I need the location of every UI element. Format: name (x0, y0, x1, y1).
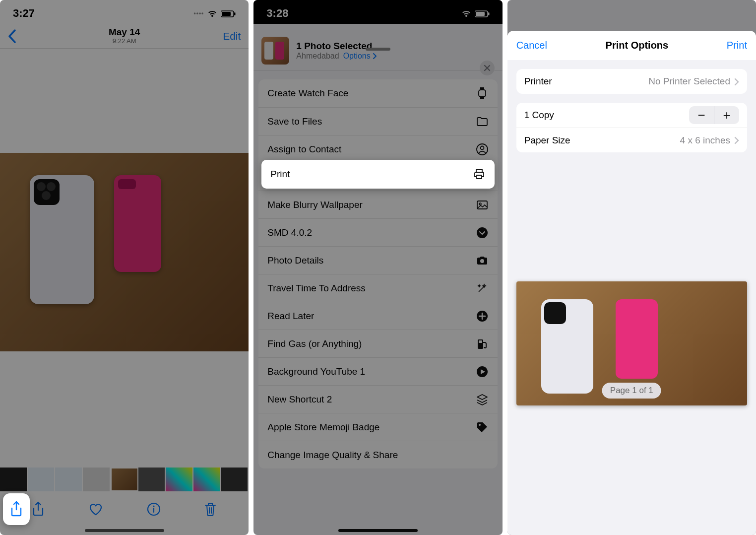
printer-group: Printer No Printer Selected (516, 69, 747, 94)
printer-value: No Printer Selected (648, 76, 730, 87)
chevron-down-circle-icon (476, 226, 489, 239)
action-list: Create Watch Face Save to Files Assign t… (258, 79, 497, 468)
status-bar: 3:27 •••• (0, 0, 249, 24)
status-time: 3:27 (13, 7, 35, 20)
phone-photos-detail: 3:27 •••• May 14 9:22 AM Edit (0, 0, 249, 535)
svg-point-21 (479, 424, 481, 426)
action-change-image-quality[interactable]: Change Image Quality & Share (258, 441, 497, 468)
paper-size-value: 4 x 6 inches (680, 135, 730, 146)
print-options-title: Print Options (606, 40, 669, 51)
action-find-gas[interactable]: Find Gas (or Anything) (258, 330, 497, 357)
phone-print-options: Cancel Print Options Print Printer No Pr… (507, 0, 756, 535)
svg-point-14 (479, 203, 481, 205)
status-right (461, 8, 490, 19)
svg-rect-6 (476, 12, 485, 16)
favorite-icon[interactable] (88, 502, 103, 516)
svg-rect-13 (477, 201, 487, 209)
thumb[interactable] (166, 468, 193, 491)
svg-point-15 (477, 227, 488, 238)
share-button-highlight[interactable] (3, 493, 30, 525)
action-read-later[interactable]: Read Later (258, 302, 497, 330)
share-icon[interactable] (32, 501, 45, 517)
copies-stepper: − + (689, 106, 739, 124)
info-icon[interactable] (147, 502, 161, 516)
thumb[interactable] (193, 468, 221, 491)
svg-rect-1 (222, 12, 231, 16)
chevron-right-icon (734, 76, 739, 87)
status-time: 3:28 (266, 7, 288, 20)
print-icon (473, 168, 486, 181)
preview-subject-ipod (616, 299, 658, 379)
camera-icon (476, 254, 489, 267)
copies-label: 1 Copy (524, 110, 554, 121)
action-apple-store-memoji[interactable]: Apple Store Memoji Badge (258, 413, 497, 441)
print-button[interactable]: Print (727, 40, 747, 51)
edit-button[interactable]: Edit (223, 30, 241, 42)
thumb[interactable] (55, 468, 83, 491)
thumb[interactable] (28, 468, 56, 491)
copies-row: 1 Copy − + (516, 103, 747, 128)
svg-point-4 (153, 505, 154, 507)
print-row-highlight[interactable]: Print (261, 160, 494, 189)
thumb[interactable] (221, 468, 249, 491)
svg-rect-2 (234, 12, 236, 15)
photo-subject-iphone (30, 175, 94, 304)
page-indicator: Page 1 of 1 (602, 383, 661, 399)
thumb[interactable] (138, 468, 166, 491)
tag-icon (476, 421, 489, 434)
printer-row[interactable]: Printer No Printer Selected (516, 69, 747, 94)
print-preview[interactable]: Page 1 of 1 (516, 281, 747, 405)
action-make-blurry-wallpaper[interactable]: Make Blurry Wallpaper (258, 191, 497, 218)
fuel-icon (476, 337, 489, 350)
share-thumbnail (261, 37, 289, 65)
thumb-selected[interactable] (111, 468, 138, 491)
svg-rect-19 (479, 340, 482, 343)
battery-icon (221, 8, 236, 19)
svg-point-12 (480, 146, 484, 149)
cellular-dots: •••• (194, 10, 204, 17)
print-options-card: Cancel Print Options Print Printer No Pr… (507, 31, 756, 535)
options-button[interactable]: Options (343, 52, 377, 61)
wifi-icon (461, 8, 472, 19)
printer-label: Printer (524, 76, 552, 87)
status-bar: 3:28 (253, 0, 502, 24)
svg-point-16 (480, 259, 484, 263)
print-label: Print (270, 169, 290, 180)
action-smd[interactable]: SMD 4.0.2 (258, 218, 497, 246)
sheet-grabber[interactable] (366, 48, 390, 51)
cancel-button[interactable]: Cancel (516, 40, 547, 51)
action-save-to-files[interactable]: Save to Files (258, 107, 497, 135)
print-header: Cancel Print Options Print (507, 31, 756, 60)
action-assign-to-contact[interactable]: Assign to Contact (258, 135, 497, 163)
status-right: •••• (194, 8, 236, 19)
paper-size-label: Paper Size (524, 135, 570, 146)
paper-size-row[interactable]: Paper Size 4 x 6 inches (516, 128, 747, 152)
settings-group: 1 Copy − + Paper Size 4 x 6 inches (516, 103, 747, 152)
action-background-youtube[interactable]: Background YouTube 1 (258, 357, 497, 385)
svg-rect-10 (480, 97, 484, 99)
minus-button[interactable]: − (689, 106, 714, 124)
action-create-watch-face[interactable]: Create Watch Face (258, 79, 497, 107)
wand-icon (476, 282, 489, 295)
photo-stage[interactable] (0, 113, 249, 391)
thumb[interactable] (0, 468, 28, 491)
svg-rect-7 (488, 12, 490, 15)
chevron-right-icon (734, 135, 739, 146)
close-icon[interactable] (480, 61, 495, 75)
share-title: 1 Photo Selected (296, 41, 377, 52)
action-photo-details[interactable]: Photo Details (258, 246, 497, 274)
thumbnail-strip[interactable] (0, 468, 249, 491)
back-icon[interactable] (8, 29, 17, 43)
action-travel-time[interactable]: Travel Time To Address (258, 274, 497, 302)
phone-share-sheet: 3:28 1 Photo Selected Ahmedabad Options … (253, 0, 502, 535)
image-icon (476, 199, 489, 211)
battery-icon (475, 8, 490, 19)
folder-icon (476, 115, 489, 128)
plus-button[interactable]: + (714, 106, 739, 124)
thumb[interactable] (83, 468, 111, 491)
plus-circle-icon (476, 310, 489, 323)
layers-icon (476, 393, 489, 406)
preview-subject-iphone (541, 299, 593, 394)
trash-icon[interactable] (204, 502, 217, 517)
action-new-shortcut[interactable]: New Shortcut 2 (258, 385, 497, 413)
